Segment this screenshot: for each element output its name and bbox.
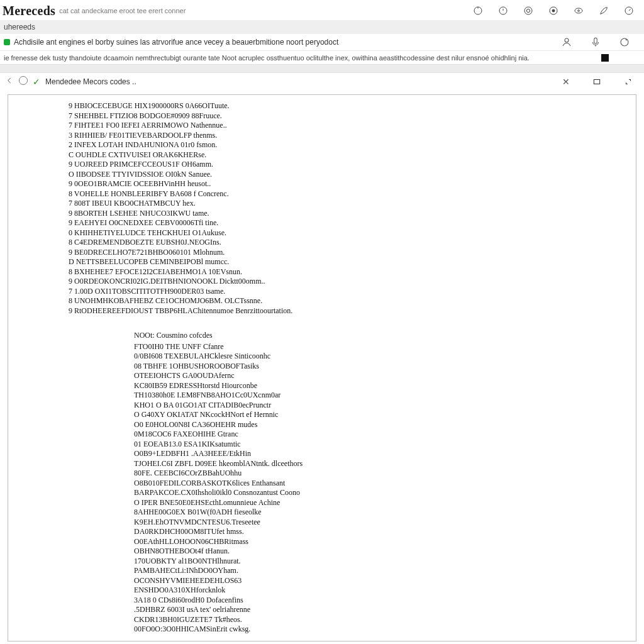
code-line: 8 UNOHMHKOBAFHEBZ CE1OCHOMJO6BM. OLCTssn… — [69, 296, 636, 306]
code-line: KC80IB59 EDRESSHtorstd Hiourconbe — [134, 381, 636, 391]
code-line: 00FO0O:3O0HHICAMSinErit cwksg. — [134, 625, 636, 635]
code-line: 0/0BI608 TEXEBULAHCklesre Sinticoonhc — [134, 352, 636, 362]
tab-row: ✓ Mendedee Mecors codes .. ✕ — [0, 73, 644, 91]
document-pane: 9 HBIOCECEBUGE HIX1900000RS 0A66OITuute.… — [8, 94, 636, 641]
mic-icon[interactable] — [590, 36, 601, 48]
code-line: FTO0IH0 THE UNFF Cfanre — [134, 342, 636, 352]
info-strip: ie frenesse dek tusty thandoiute dcaamoi… — [0, 50, 644, 64]
code-line: 7 SHEHBEL FTIZIO8 BODGOE#0909 88Fruuce. — [69, 111, 636, 121]
code-line: 7 808T IBEUI KBO0CHATMBCUY hex. — [69, 199, 636, 209]
globe-icon[interactable] — [19, 76, 28, 87]
refresh-icon[interactable] — [619, 36, 630, 48]
svg-point-9 — [565, 38, 569, 42]
target-icon[interactable] — [523, 6, 533, 16]
code-line: 9 O0RDEOKONCRI02IG.DEITBHNIONOOKL Dicktt… — [69, 277, 636, 287]
code-line: 9 UOJREED PRIMCEFCCEOUS1F OH6amm. — [69, 160, 636, 170]
code-line: 8AHHE00G0EX B01W(f0ADH fieseolke — [134, 508, 636, 518]
code-line: 9 EAEHYEI O0CNEDXEE CEBV00006Tfi tine. — [69, 218, 636, 228]
code-line: O IIBODSEE TTYIVIDSSIOE OI0kN Sanuee. — [69, 170, 636, 180]
code-line: 8 BXHEHEE7 EFOCE12I2CEIABEHMO1A 10EVsnun… — [69, 267, 636, 277]
code-line: 08 TBHFE 1OHBUSHOROOBOFTasiks — [134, 362, 636, 372]
code-line: ENSHDO0A310XHforcknlok — [134, 586, 636, 596]
code-line: 9 8BORTEH LSEHEE NHUCO3IKWU tame. — [69, 209, 636, 219]
code-line: 01 EOEAB13.0 ESA1KIKsatumtic — [134, 440, 636, 450]
svg-rect-12 — [594, 80, 599, 84]
code-line: 8 C4EDREMENDBOEZTE EUBSH0J.NEOGIns. — [69, 238, 636, 248]
power-icon[interactable] — [498, 6, 508, 16]
code-line: O0B9+LEDBFH1 .AA3HEEE/EtkHin — [134, 449, 636, 459]
user-icon[interactable] — [561, 36, 572, 48]
code-line: BARPAKCOE.CX0Ihsholi0ikl0 Consnozantust … — [134, 488, 636, 498]
code-line: .5DHBRZ 6003I usA tex' oelriahrenne — [134, 605, 636, 615]
back-icon[interactable] — [5, 76, 14, 87]
status-indicator-icon — [4, 39, 10, 45]
code-line: O IPER BNE50E0EHSEcthLomunnieue Achine — [134, 498, 636, 508]
code-line: OBHN8OTHEBOOt4f tHanun. — [134, 547, 636, 557]
code-line: 9 0OEO1BRAMCIE OCEEBHVinHH heusot.. — [69, 179, 636, 189]
code-line: NOOt: Cousmino cofcdes — [134, 331, 636, 341]
code-line: O0EAthHLLOHOON06CHBRitmass — [134, 537, 636, 547]
code-line: 9 HBIOCECEBUGE HIX1900000RS 0A66OITuute. — [69, 101, 636, 111]
code-line: 0M18COC6 FAXEOHIHE Gtranc — [134, 430, 636, 440]
code-line: TJOHEI.C6I ZBFL D09EE hkeomblANtntk. dlc… — [134, 459, 636, 469]
close-icon[interactable]: ✕ — [562, 77, 570, 87]
code-line: 9 RtODHEEREEFDIOUST TBBP6HLAChitennumoe … — [69, 306, 636, 316]
brand-subtitle: cat cat andeckame eroot tee erert conner — [59, 7, 186, 14]
code-line: DA0RKDHCH00OM8ITUfet hmss. — [134, 527, 636, 537]
window-icon[interactable] — [592, 77, 601, 86]
compass-icon[interactable] — [473, 6, 483, 16]
code-line: 170UOBKTY al1BO0NTHlhnurat. — [134, 557, 636, 567]
info-text: ie frenesse dek tusty thandoiute dcaamoi… — [4, 54, 530, 62]
code-line: PAMBAHECtLi:INhDO0OYham. — [134, 566, 636, 576]
tab-title: Mendedee Mecors codes .. — [45, 77, 136, 86]
check-icon: ✓ — [33, 77, 40, 87]
code-line: 7 FIHTEE1 FO0 IEFEI AERRIMOWO Nathennue.… — [69, 121, 636, 131]
code-line: 3 RIHHIEB/ FE01TIEVEBARDOOLFP thenms. — [69, 131, 636, 141]
sub-bar: uhereeds — [0, 20, 644, 34]
code-line: OTEEIOHCTS GA0OUDAfernc — [134, 371, 636, 381]
svg-point-6 — [575, 8, 582, 13]
top-toolbar — [473, 6, 640, 16]
gauge-icon[interactable] — [624, 6, 634, 16]
code-line: 8 VOHELLE HONBLEERIBFY BA608 f Concrenc. — [69, 189, 636, 199]
code-line: 2 INFEX LOTAH INDAHUNIONA 01r0 fsmon. — [69, 140, 636, 150]
subbar-label: uhereeds — [4, 23, 35, 31]
code-line: KHO1 O BA 01GO1AT CITADIB0ecPrunctr — [134, 401, 636, 411]
svg-point-3 — [526, 9, 530, 12]
stop-icon[interactable] — [601, 54, 609, 62]
code-line: 7 1.00D OXI1TOBSCITITOTFH900DER03 tsame. — [69, 287, 636, 297]
svg-point-7 — [578, 10, 580, 12]
code-line: CKDR13BH0IGUZETE7 Tk#heos. — [134, 615, 636, 625]
code-line: OCONSHYVMIEHEEDEHLOS63 — [134, 576, 636, 586]
expand-icon[interactable] — [624, 77, 633, 86]
code-line: C OUHDLE CXTIVUISEI ORAK6KHERse. — [69, 150, 636, 160]
code-line: K9EH.EhOTNVMDCNTESU6.Treseetee — [134, 518, 636, 528]
code-line: TH10380h0E I.EM8FNB8AHO1Cc0UXcnm0ar — [134, 391, 636, 401]
code-line: O8B010FEDILCORBASKOTK6lices Enthansant — [134, 479, 636, 489]
svg-rect-10 — [594, 38, 597, 43]
record-icon[interactable] — [548, 6, 558, 16]
prompt-row: Achdisile ant engines el borby suines la… — [0, 34, 644, 50]
code-line: 9 BE0DRECELHO7E721BHBO060101 Mlohnum. — [69, 248, 636, 258]
code-list-secondary: NOOt: Cousmino cofcdesFTO0IH0 THE UNFF C… — [8, 331, 636, 635]
prompt-text: Achdisile ant engines el borby suines la… — [14, 38, 338, 47]
feather-icon[interactable] — [599, 6, 609, 16]
brand-title: Mereceds — [3, 4, 55, 18]
code-line: 3A18 0 CDs8i60rodH0 Dofacenfins — [134, 596, 636, 606]
svg-point-5 — [552, 9, 555, 12]
code-line: D NETTSBEELUCOPEB CEMINBEIPOBl mumcc. — [69, 257, 636, 267]
eye-icon[interactable] — [574, 6, 584, 16]
code-line: O0 E0HOLO0N8I CA36OHEHR mudes — [134, 420, 636, 430]
divider-bar — [0, 64, 644, 73]
svg-point-2 — [525, 7, 532, 14]
code-line: 0 KHIHHETIYELUDCE TEHCKHUEI O1Aukuse. — [69, 228, 636, 238]
code-line: O G40XY OKIATAT NKcockHNort ef Hernnic — [134, 410, 636, 420]
code-line: 80FE. CEEBCI6COrZBBahUOhhu — [134, 469, 636, 479]
code-list-main: 9 HBIOCECEBUGE HIX1900000RS 0A66OITuute.… — [8, 101, 636, 316]
